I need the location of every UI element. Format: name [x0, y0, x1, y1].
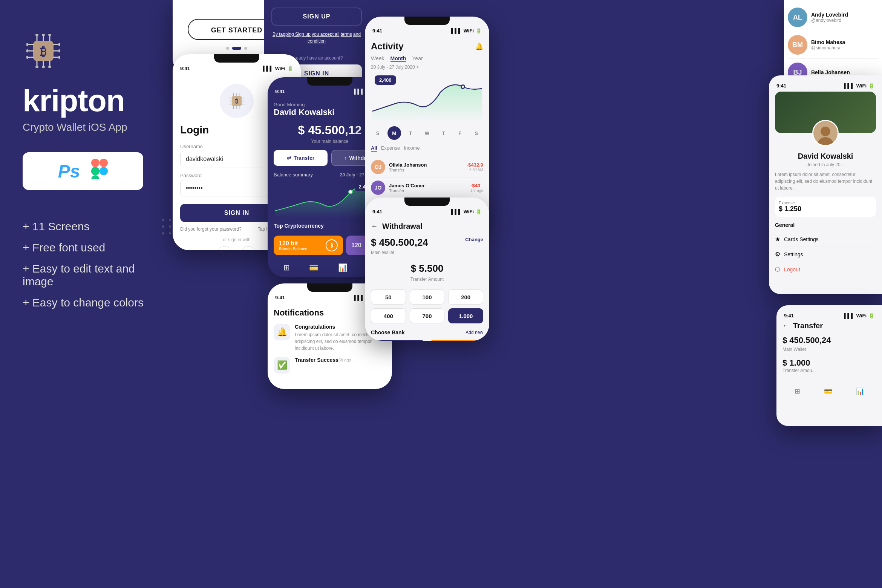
- svg-rect-24: [58, 49, 60, 52]
- general-title: General: [775, 222, 876, 228]
- activity-bell-icon[interactable]: 🔔: [475, 42, 483, 51]
- expense-label: Expense: [779, 201, 872, 205]
- day-thu[interactable]: T: [437, 126, 450, 140]
- add-new-link[interactable]: Add new: [466, 330, 483, 335]
- chip-200[interactable]: 200: [448, 289, 483, 305]
- choose-bank-label: Choose Bank: [371, 329, 404, 335]
- transfer-status-icons: ▌▌▌ WiFi 🔋: [844, 313, 874, 318]
- features-list: + 11 Screens + Free font used + Easy to …: [23, 220, 166, 309]
- profile-list: AL Andy Lovebird @andylovebird BM Bimo M…: [784, 0, 882, 87]
- withdrawal-wallet-label: Main Wallet: [371, 250, 428, 255]
- phone-notch: [214, 54, 259, 63]
- withdrawal-wifi: WiFi: [464, 209, 474, 214]
- transfer-button[interactable]: ⇄ Transfer: [274, 150, 328, 166]
- activity-status-bar: 9:41 ▌▌▌ WiFi 🔋: [365, 25, 489, 35]
- withdrawal-change-link[interactable]: Change: [465, 237, 483, 242]
- feature-1: + 11 Screens: [23, 220, 166, 233]
- david-avatar: [812, 120, 839, 146]
- choose-bank-header: Choose Bank Add new: [371, 329, 483, 335]
- profile-name-2: Bella Johansen: [811, 69, 850, 75]
- nav-card-icon[interactable]: 💳: [309, 263, 318, 272]
- activity-title: Activity: [371, 41, 404, 52]
- phone-activity: 9:41 ▌▌▌ WiFi 🔋 Activity 🔔 Week Month Ye…: [365, 17, 489, 228]
- transfer-title: Transfer: [793, 322, 823, 330]
- tx-amount-1: -$40: [470, 183, 483, 188]
- transaction-item-1: JO James O'Coner Transfer -$40 1hr ago: [371, 178, 483, 198]
- crypto-card-bitcoin[interactable]: 120 bit Bitcoin Balance ₿: [274, 236, 343, 255]
- facebook-sign-in-button[interactable]: f: [240, 246, 257, 250]
- profile-handle-0: @andylovebird: [811, 18, 848, 23]
- balance-summary-label: Balance summary: [274, 172, 313, 178]
- notif-top-1: Transfer Success 5h ago: [295, 357, 351, 363]
- transfer-icon: ⇄: [287, 155, 291, 161]
- svg-rect-16: [48, 34, 51, 36]
- activity-date-range[interactable]: 20 July - 27 July 2020 >: [371, 64, 483, 70]
- david-desc: Lorem ipsum dolor sit amet, consectetur …: [775, 171, 876, 191]
- bank-options: Palpal danwelo***@mail.com Paioner: [371, 340, 483, 341]
- time-display: 9:41: [180, 66, 190, 71]
- profile-handle-1: @simomahesi: [811, 45, 845, 51]
- day-selector: S M T W T F S: [371, 126, 483, 140]
- filter-income[interactable]: Income: [404, 145, 420, 152]
- david-signal: ▌▌▌: [844, 83, 854, 89]
- activity-status-icons: ▌▌▌ WiFi 🔋: [451, 28, 482, 34]
- day-tue[interactable]: T: [404, 126, 417, 140]
- david-joined: Joined in July 20...: [775, 162, 876, 167]
- general-section: General ★ Cards Settings ⚙ Settings ⬡ Lo…: [775, 222, 876, 277]
- transfer-amount-display: $ 5.500: [371, 263, 483, 274]
- withdrawal-back-icon[interactable]: ←: [371, 222, 378, 230]
- wallet-signal: ▌▌▌: [354, 89, 364, 94]
- tab-year[interactable]: Year: [412, 55, 423, 62]
- transfer-header-row: ← Transfer: [782, 322, 876, 330]
- sign-up-button[interactable]: SIGN UP: [271, 8, 362, 26]
- profile-item-0[interactable]: AL Andy Lovebird @andylovebird: [788, 4, 878, 31]
- svg-rect-30: [100, 167, 108, 175]
- day-fri[interactable]: F: [453, 126, 467, 140]
- bank-paioner-button[interactable]: Paioner: [429, 340, 483, 341]
- transfer-battery: 🔋: [868, 313, 874, 318]
- filter-expense[interactable]: Expense: [381, 145, 400, 152]
- filter-all[interactable]: All: [371, 145, 377, 152]
- david-battery: 🔋: [868, 83, 874, 89]
- cards-settings-label: Cards Settings: [784, 236, 876, 242]
- transfer-back-icon[interactable]: ←: [782, 322, 789, 330]
- day-wed[interactable]: W: [420, 126, 434, 140]
- google-icon: G: [222, 250, 228, 251]
- withdrawal-balance: $ 450.500,24: [371, 237, 428, 248]
- activity-chart-area: 2,400: [371, 74, 483, 122]
- day-sat[interactable]: S: [470, 126, 483, 140]
- menu-item-settings[interactable]: ⚙ Settings: [775, 247, 876, 262]
- transfer-nav-card-icon[interactable]: 💳: [824, 387, 832, 395]
- transfer-nav-grid-icon[interactable]: ⊞: [795, 387, 800, 395]
- david-status-bar: 9:41 ▌▌▌ WiFi 🔋: [775, 81, 876, 92]
- chip-100[interactable]: 100: [410, 289, 445, 305]
- svg-point-47: [349, 190, 352, 194]
- day-mon[interactable]: M: [387, 126, 401, 140]
- expense-value: $ 1.250: [779, 205, 872, 213]
- wallet-notch: [307, 77, 352, 86]
- profile-item-1[interactable]: BM Bimo Mahesa @simomahesi: [788, 31, 878, 59]
- nav-home-icon[interactable]: ⊞: [283, 263, 290, 272]
- chip-50[interactable]: 50: [371, 289, 406, 305]
- transfer-nav-chart-icon[interactable]: 📊: [856, 387, 864, 395]
- google-sign-in-button[interactable]: G: [216, 246, 233, 250]
- chip-1000[interactable]: 1.000: [448, 308, 483, 323]
- tab-week[interactable]: Week: [371, 55, 384, 62]
- activity-phone-inner: 9:41 ▌▌▌ WiFi 🔋 Activity 🔔 Week Month Ye…: [365, 17, 489, 225]
- svg-rect-14: [35, 34, 38, 36]
- transfer-time: 9:41: [784, 313, 794, 318]
- withdrawal-time: 9:41: [372, 209, 382, 214]
- notif-notch: [307, 283, 352, 292]
- phone-profile-list: AL Andy Lovebird @andylovebird BM Bimo M…: [784, 0, 882, 87]
- profile-text-1: Bimo Mahesa @simomahesi: [811, 39, 845, 51]
- menu-item-logout[interactable]: ⬡ Logout: [775, 262, 876, 277]
- chip-400[interactable]: 400: [371, 308, 406, 323]
- tab-month[interactable]: Month: [390, 55, 406, 62]
- notif-name-0: Congratulations: [295, 324, 335, 330]
- chip-700[interactable]: 700: [410, 308, 445, 323]
- withdrawal-balance-area: $ 450.500,24 Main Wallet: [371, 237, 428, 255]
- day-sun[interactable]: S: [371, 126, 384, 140]
- nav-chart-icon[interactable]: 📊: [338, 263, 348, 272]
- menu-item-cards[interactable]: ★ Cards Settings: [775, 232, 876, 247]
- transfer-nav: ⊞ 💳 📊: [782, 381, 876, 395]
